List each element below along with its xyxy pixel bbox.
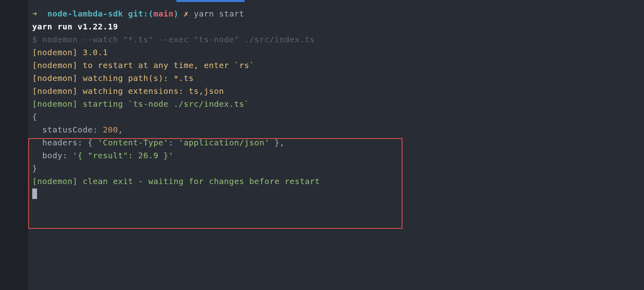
nodemon-line: [nodemon] starting `ts-node ./src/index.… [32,97,644,110]
nodemon-tag: [nodemon] [32,60,78,70]
nodemon-line: [nodemon] watching extensions: ts,json [32,85,644,97]
output-line: } [32,162,644,175]
nodemon-tag: [nodemon] [32,73,78,83]
output-line: { [32,110,644,123]
prompt-directory: node-lambda-sdk [47,9,123,19]
body-value: '{ "result": 26.9 }' [72,151,173,160]
command-name: yarn [194,9,214,19]
nodemon-tag: [nodemon] [32,86,78,96]
output-line: headers: { 'Content-Type': 'application/… [32,136,644,149]
nodemon-tag: [nodemon] [32,48,78,57]
nodemon-tag: [nodemon] [32,176,78,186]
git-branch: main [153,9,173,19]
exec-line: $ nodemon --watch "*.ts" --exec "ts-node… [32,33,644,46]
nodemon-line: [nodemon] to restart at any time, enter … [32,59,644,72]
nodemon-tag: [nodemon] [32,99,78,109]
nodemon-line: [nodemon] watching path(s): *.ts [32,72,644,85]
terminal-panel[interactable]: ➜ node-lambda-sdk git:(main) ✗ yarn star… [28,0,644,290]
gutter [0,0,28,290]
command-arg: start [219,9,244,19]
nodemon-line: [nodemon] 3.0.1 [32,46,644,59]
active-tab-indicator [176,0,245,2]
yarn-version-line: yarn run v1.22.19 [32,20,644,33]
git-label: git: [128,9,148,19]
status-code-value: 200 [103,125,118,135]
cursor-icon [32,188,37,199]
output-line: statusCode: 200, [32,123,644,136]
output-line: body: '{ "result": 26.9 }' [32,149,644,162]
nodemon-exit-line: [nodemon] clean exit - waiting for chang… [32,175,644,188]
dollar-sign: $ [32,35,37,44]
dirty-indicator-icon: ✗ [184,9,189,19]
prompt-arrow-icon: ➜ [32,9,37,19]
prompt-line: ➜ node-lambda-sdk git:(main) ✗ yarn star… [32,7,644,20]
cursor-line[interactable] [32,188,644,201]
